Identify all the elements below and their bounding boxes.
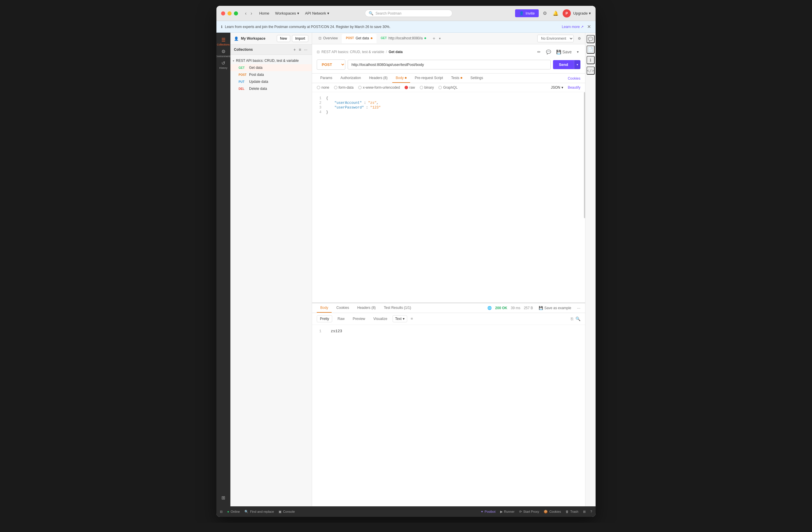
request-item-get-data[interactable]: GET Get data [230, 64, 312, 71]
save-as-example-button[interactable]: 💾 Save as example [536, 305, 574, 311]
comments-button[interactable]: 💬 [544, 48, 553, 56]
settings-button[interactable]: ⚙ [541, 9, 549, 18]
sidebar-toggle-button[interactable]: ⊟ [220, 510, 222, 514]
minimize-button[interactable] [228, 11, 232, 15]
req-tab-pre-request[interactable]: Pre-request Script [411, 73, 447, 83]
api-network-nav[interactable]: API Network ▾ [303, 10, 332, 17]
req-tab-settings[interactable]: Settings [467, 73, 487, 83]
json-format-selector[interactable]: JSON ▾ [551, 85, 563, 89]
search-response-button[interactable]: 🔍 [576, 316, 580, 321]
postbot-button[interactable]: ✦ Postbot [481, 510, 495, 514]
sidebar-item-collections[interactable]: ☰ Collections [218, 36, 229, 47]
sidebar-item-history[interactable]: ↺ History [218, 59, 229, 70]
tab-post-get-data[interactable]: POST Get data [342, 34, 377, 43]
response-status: 200 OK [495, 306, 507, 310]
send-button[interactable]: Send [553, 60, 574, 69]
cookies-bottom-button[interactable]: 🍪 Cookies [544, 510, 561, 514]
format-pretty-button[interactable]: Pretty [317, 315, 332, 322]
online-status[interactable]: ● Online [227, 510, 240, 513]
sidebar-item-environments[interactable]: ⚙ Environments [218, 48, 229, 58]
sidebar-item-more[interactable]: ⊞ [218, 492, 229, 503]
resp-tab-cookies[interactable]: Cookies [333, 303, 352, 313]
send-dropdown-button[interactable]: ▾ [574, 60, 580, 69]
close-banner-button[interactable]: ✕ [587, 24, 591, 29]
add-collection-button[interactable]: + [292, 46, 296, 53]
radio-binary[interactable]: binary [420, 85, 434, 89]
add-tab-button[interactable]: + [430, 35, 437, 42]
rs-info-button[interactable]: ℹ [586, 56, 595, 64]
rs-comments-button[interactable]: 💬 [586, 35, 595, 43]
req-tab-headers[interactable]: Headers (8) [365, 73, 391, 83]
format-preview-button[interactable]: Preview [350, 316, 368, 322]
request-body-editor[interactable]: 1 { 2 "userAccount" : "zs", 3 "userPassw… [312, 92, 585, 303]
close-button[interactable] [221, 11, 225, 15]
tab-overflow-button[interactable]: ▾ [438, 35, 442, 42]
radio-none[interactable]: none [317, 85, 329, 89]
radio-urlencoded[interactable]: x-www-form-urlencoded [358, 85, 400, 89]
breadcrumb-collection: REST API basics: CRUD, test & variable [321, 50, 384, 54]
grid-button[interactable]: ⊞ [583, 510, 586, 514]
more-options-button[interactable]: ··· [303, 46, 308, 53]
save-dropdown-button[interactable]: ▾ [575, 48, 580, 56]
tab-overview[interactable]: ⊡ Overview [315, 34, 342, 43]
req-tab-tests[interactable]: Tests [448, 73, 466, 83]
back-button[interactable]: ‹ [244, 10, 248, 17]
find-replace-button[interactable]: 🔍 Find and replace [244, 510, 274, 514]
filter-button[interactable]: ≡ [409, 315, 414, 322]
avatar[interactable]: P [563, 9, 571, 17]
forward-button[interactable]: › [249, 10, 253, 17]
notifications-button[interactable]: 🔔 [551, 9, 560, 18]
radio-graphql[interactable]: GraphQL [438, 85, 457, 89]
req-tab-authorization[interactable]: Authorization [337, 73, 364, 83]
request-item-post-data[interactable]: POST Post data [230, 71, 312, 78]
req-tab-body[interactable]: Body [392, 73, 410, 83]
environment-selector[interactable]: No Environment ⚙ [537, 35, 583, 42]
resp-tab-test-results[interactable]: Test Results (1/1) [380, 303, 415, 313]
upgrade-button[interactable]: Upgrade ▾ [573, 11, 591, 15]
import-button[interactable]: Import [292, 35, 308, 42]
method-select[interactable]: POST GET PUT DELETE [317, 59, 345, 70]
home-nav[interactable]: Home [257, 10, 272, 17]
runner-button[interactable]: ▶ Runner [500, 510, 514, 514]
cookies-link[interactable]: Cookies [568, 76, 580, 81]
help-button[interactable]: ? [590, 510, 592, 514]
nav-arrows: ‹ › [244, 10, 253, 17]
edit-name-button[interactable]: ✏ [536, 48, 542, 56]
format-type-selector[interactable]: Text ▾ [393, 315, 407, 322]
learn-more-link[interactable]: Learn more ↗ [562, 25, 584, 29]
env-options-button[interactable]: ⚙ [576, 35, 583, 42]
search-bar[interactable]: 🔍 Search Postman [365, 10, 452, 17]
invite-button[interactable]: 👤 Invite [515, 9, 539, 17]
trash-button[interactable]: 🗑 Trash [566, 510, 578, 514]
response-meta: 🌐 200 OK 39 ms 257 B 💾 Save as example ·… [488, 305, 580, 311]
request-item-delete-data[interactable]: DEL Delete data [230, 85, 312, 92]
start-proxy-button[interactable]: ⟳ Start Proxy [519, 510, 539, 514]
fullscreen-button[interactable] [234, 11, 238, 15]
editor-scrollbar[interactable] [584, 92, 585, 218]
code-line-4: 4 } [317, 110, 580, 114]
beautify-button[interactable]: Beautify [568, 85, 580, 89]
workspaces-nav[interactable]: Workspaces ▾ [273, 10, 301, 17]
radio-form-data[interactable]: form-data [334, 85, 353, 89]
sort-button[interactable]: ≡ [298, 46, 302, 53]
rs-request-docs-button[interactable]: 📄 [586, 45, 595, 54]
copy-response-button[interactable]: ⎘ [571, 316, 573, 321]
url-input[interactable] [348, 60, 551, 69]
save-button[interactable]: 💾 Save [554, 48, 574, 56]
format-raw-button[interactable]: Raw [335, 316, 347, 322]
radio-raw[interactable]: raw [405, 85, 415, 89]
resp-tab-headers[interactable]: Headers (8) [354, 303, 379, 313]
tab-get-localhost[interactable]: GET http://localhost:8080/a [377, 34, 430, 43]
format-visualize-button[interactable]: Visualize [371, 316, 390, 322]
request-item-put-data[interactable]: PUT Update data [230, 78, 312, 85]
console-button[interactable]: ▣ Console [278, 510, 294, 514]
req-tab-params[interactable]: Params [317, 73, 336, 83]
new-button[interactable]: New [277, 35, 290, 42]
collection-header[interactable]: ▾ REST API basics: CRUD, test & variable [230, 57, 312, 64]
resp-tab-body[interactable]: Body [317, 303, 332, 313]
radio-raw-dot [405, 86, 408, 89]
request-name-put-data: Update data [249, 80, 268, 84]
environment-select[interactable]: No Environment [537, 35, 574, 42]
rs-code-button[interactable]: </> [586, 67, 595, 75]
response-more-button[interactable]: ··· [577, 306, 580, 310]
